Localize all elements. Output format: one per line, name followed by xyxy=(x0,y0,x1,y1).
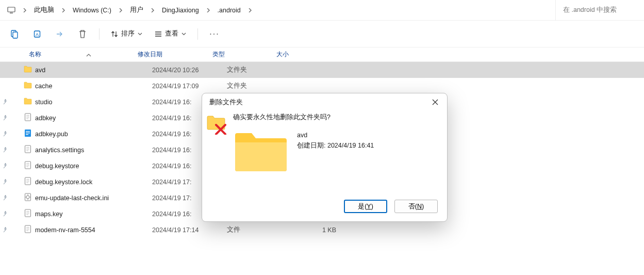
file-date: 2024/4/19 17:09 xyxy=(152,83,227,90)
close-button[interactable] xyxy=(427,94,443,110)
dialog-question: 确实要永久性地删除此文件夹吗? xyxy=(233,113,439,122)
svg-rect-10 xyxy=(26,134,28,135)
file-date: 2024/4/20 10:26 xyxy=(152,67,227,74)
search-input[interactable]: 在 .android 中搜索 xyxy=(555,0,644,21)
file-name: adbkey.pub xyxy=(35,131,68,138)
file-name: maps.key xyxy=(35,211,63,218)
file-date: 2024/4/19 17:14 xyxy=(152,227,227,234)
col-size[interactable]: 大小 xyxy=(270,47,325,61)
svg-rect-9 xyxy=(26,133,30,133)
breadcrumb-item[interactable]: .android xyxy=(214,0,244,21)
file-name: avd xyxy=(35,67,45,74)
cut-button[interactable] xyxy=(5,25,24,43)
pin-icon xyxy=(0,115,10,121)
file-icon xyxy=(24,225,32,235)
copy-button[interactable]: A xyxy=(28,25,46,43)
pin-icon xyxy=(0,147,10,153)
pin-icon xyxy=(0,211,10,217)
svg-rect-8 xyxy=(26,131,30,132)
file-icon xyxy=(24,145,32,155)
sort-button[interactable]: 排序 xyxy=(107,25,146,43)
file-icon xyxy=(24,65,32,75)
file-type: 文件夹 xyxy=(227,66,291,74)
file-size: 1 KB xyxy=(291,227,345,234)
file-name: debug.keystore xyxy=(35,163,79,170)
file-icon xyxy=(24,209,32,219)
toolbar: A 排序 查看 ··· xyxy=(0,21,644,47)
dialog-item-info: avd 创建日期: 2024/4/19 16:41 xyxy=(297,129,374,151)
file-type: 文件夹 xyxy=(227,82,291,90)
view-icon xyxy=(155,31,162,37)
chevron-icon[interactable] xyxy=(20,0,30,21)
file-name: modem-nv-ram-5554 xyxy=(35,227,95,234)
dialog-title: 删除文件夹 xyxy=(209,98,243,107)
address-bar: 此电脑Windows (C:)用户DingJiaxiong.android 在 … xyxy=(0,0,644,21)
dialog-item-name: avd xyxy=(297,130,374,140)
svg-rect-3 xyxy=(13,32,18,38)
col-type[interactable]: 类型 xyxy=(206,47,270,61)
pin-icon xyxy=(0,227,10,233)
delete-button[interactable] xyxy=(73,25,92,43)
chevron-icon[interactable] xyxy=(203,0,213,21)
file-name: debug.keystore.lock xyxy=(35,179,92,186)
file-icon xyxy=(24,81,32,91)
file-icon xyxy=(24,113,32,123)
separator xyxy=(197,28,198,40)
file-type: 文件 xyxy=(227,225,291,234)
column-headers: 名称 修改日期 类型 大小 xyxy=(0,47,644,62)
file-icon xyxy=(24,129,32,139)
pc-icon[interactable] xyxy=(4,0,19,21)
file-icon xyxy=(24,177,32,187)
col-name[interactable]: 名称 xyxy=(0,47,131,61)
pin-icon xyxy=(0,99,10,105)
delete-dialog: 删除文件夹 确实要永久性地删除此文件夹吗? avd 创建日期: 2024/4/1… xyxy=(202,93,448,222)
paste-button[interactable] xyxy=(51,25,69,43)
dialog-titlebar: 删除文件夹 xyxy=(202,93,447,111)
chevron-icon[interactable] xyxy=(147,0,158,21)
search-placeholder: 在 .android 中搜索 xyxy=(563,6,617,14)
sort-label: 排序 xyxy=(121,29,135,38)
delete-folder-icon xyxy=(206,113,228,135)
breadcrumb: 此电脑Windows (C:)用户DingJiaxiong.android xyxy=(0,0,555,21)
file-name: adbkey xyxy=(35,115,56,122)
view-label: 查看 xyxy=(165,29,178,38)
svg-rect-0 xyxy=(8,7,15,12)
file-icon xyxy=(24,161,32,171)
chevron-icon[interactable] xyxy=(58,0,69,21)
breadcrumb-item[interactable]: DingJiaxiong xyxy=(159,0,202,21)
table-row[interactable]: avd2024/4/20 10:26文件夹 xyxy=(0,62,644,78)
pin-icon xyxy=(0,131,10,137)
svg-text:A: A xyxy=(36,32,39,37)
more-button[interactable]: ··· xyxy=(205,25,224,43)
breadcrumb-item[interactable]: 用户 xyxy=(127,0,146,21)
chevron-up-icon xyxy=(86,52,91,59)
file-name: studio xyxy=(35,99,52,106)
svg-rect-1 xyxy=(10,12,13,13)
table-row[interactable]: cache2024/4/19 17:09文件夹 xyxy=(0,78,644,94)
file-icon xyxy=(24,193,32,203)
view-button[interactable]: 查看 xyxy=(151,25,190,43)
file-name: cache xyxy=(35,83,52,90)
table-row[interactable]: modem-nv-ram-55542024/4/19 17:14文件1 KB xyxy=(0,222,644,238)
chevron-icon[interactable] xyxy=(245,0,255,21)
dialog-item-created: 创建日期: 2024/4/19 16:41 xyxy=(297,140,374,151)
folder-icon xyxy=(233,129,289,173)
breadcrumb-item[interactable]: 此电脑 xyxy=(31,0,57,21)
breadcrumb-item[interactable]: Windows (C:) xyxy=(70,0,114,21)
chevron-icon[interactable] xyxy=(115,0,126,21)
chevron-down-icon xyxy=(138,31,142,36)
pin-icon xyxy=(0,195,10,201)
no-button[interactable]: 否(N) xyxy=(394,200,438,213)
chevron-down-icon xyxy=(181,31,186,36)
col-date[interactable]: 修改日期 xyxy=(131,47,206,61)
pin-icon xyxy=(0,163,10,169)
sort-icon xyxy=(111,30,118,38)
file-name: analytics.settings xyxy=(35,147,84,154)
close-icon xyxy=(432,99,438,105)
pin-icon xyxy=(0,179,10,185)
file-name: emu-update-last-check.ini xyxy=(35,195,109,202)
yes-button[interactable]: 是(Y) xyxy=(344,200,387,213)
separator xyxy=(99,28,100,40)
file-icon xyxy=(24,97,32,107)
